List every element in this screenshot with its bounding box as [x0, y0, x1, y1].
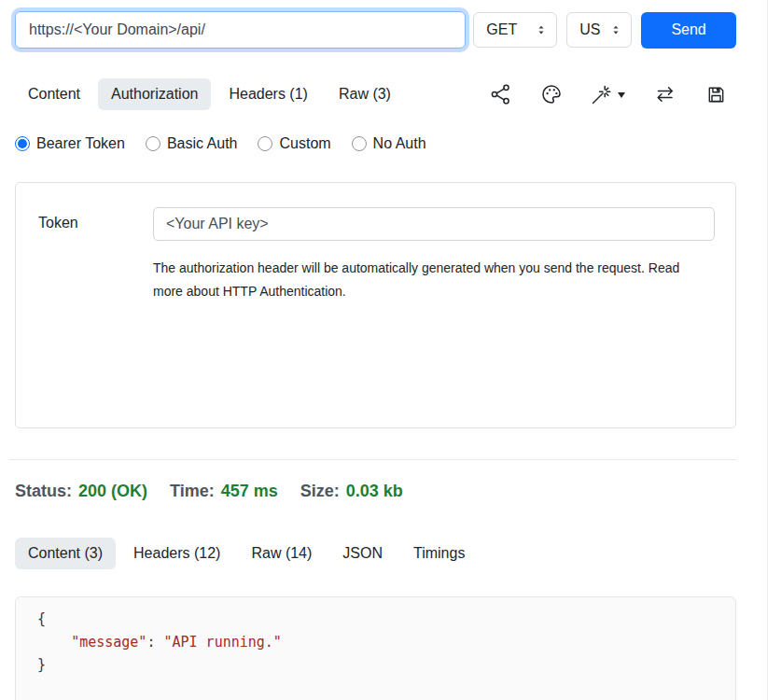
- radio-basic-auth[interactable]: Basic Auth: [146, 135, 238, 152]
- radio-label: Bearer Token: [36, 135, 125, 152]
- save-button[interactable]: [705, 84, 727, 105]
- api-client-page: GET US Send Content Authorization Header…: [0, 0, 768, 700]
- radio-unselected-icon[interactable]: [258, 136, 272, 151]
- region-select[interactable]: US: [566, 12, 632, 48]
- section-divider: [9, 459, 736, 460]
- code-indent: [37, 634, 71, 651]
- tab-content[interactable]: Content: [15, 78, 93, 110]
- swap-arrows-icon: [653, 83, 677, 105]
- radio-selected-icon[interactable]: [15, 136, 30, 151]
- tab-headers[interactable]: Headers (1): [216, 78, 320, 110]
- theme-button[interactable]: [540, 83, 563, 105]
- response-body-code: { "message": "API running." }: [37, 608, 735, 677]
- palette-icon: [540, 83, 563, 105]
- radio-bearer-token[interactable]: Bearer Token: [15, 135, 125, 152]
- request-bar: GET US Send: [15, 11, 736, 49]
- response-tabs: Content (3) Headers (12) Raw (14) JSON T…: [15, 538, 736, 569]
- radio-label: Basic Auth: [167, 135, 238, 152]
- updown-arrows-icon: [535, 22, 548, 37]
- token-help-text: The authorization header will be automat…: [153, 257, 702, 303]
- radio-unselected-icon[interactable]: [146, 136, 160, 151]
- radio-label: Custom: [279, 135, 330, 152]
- magic-wand-icon: [591, 83, 613, 105]
- compare-requests-button[interactable]: [653, 83, 677, 105]
- code-value: "API running.": [163, 634, 281, 651]
- updown-arrows-icon: [609, 22, 622, 37]
- tab-response-timings[interactable]: Timings: [400, 538, 478, 569]
- tab-response-raw[interactable]: Raw (14): [238, 538, 325, 569]
- tab-response-json[interactable]: JSON: [329, 538, 396, 569]
- tab-response-headers[interactable]: Headers (12): [120, 538, 233, 569]
- radio-custom[interactable]: Custom: [258, 135, 330, 152]
- tab-response-content[interactable]: Content (3): [15, 538, 116, 569]
- method-select-value: GET: [486, 21, 517, 38]
- radio-label: No Auth: [373, 135, 426, 152]
- radio-no-auth[interactable]: No Auth: [352, 135, 426, 152]
- request-tab-row: Content Authorization Headers (1) Raw (3…: [15, 78, 736, 110]
- tab-authorization[interactable]: Authorization: [98, 78, 211, 110]
- token-label: Token: [38, 207, 153, 427]
- tab-raw[interactable]: Raw (3): [326, 78, 404, 110]
- code-colon: :: [146, 634, 163, 651]
- size-label: Size:: [300, 482, 340, 501]
- size-value: 0.03 kb: [346, 482, 403, 501]
- code-brace: }: [37, 656, 46, 673]
- status-group: Status: 200 (OK): [15, 482, 147, 501]
- token-input[interactable]: [153, 207, 715, 241]
- method-select[interactable]: GET: [473, 12, 557, 48]
- response-body-panel: { "message": "API running." }: [15, 596, 736, 700]
- code-key: "message": [71, 634, 146, 651]
- response-summary: Status: 200 (OK) Time: 457 ms Size: 0.03…: [15, 482, 736, 501]
- send-button[interactable]: Send: [641, 12, 736, 49]
- share-button[interactable]: [490, 83, 512, 105]
- region-select-value: US: [579, 21, 600, 38]
- time-group: Time: 457 ms: [170, 482, 278, 501]
- auth-type-options: Bearer Token Basic Auth Custom No Auth: [15, 135, 736, 152]
- url-input[interactable]: [15, 11, 466, 49]
- toolbar: [490, 83, 736, 105]
- bearer-token-panel: Token The authorization header will be a…: [15, 182, 736, 428]
- status-label: Status:: [15, 482, 72, 501]
- dropdown-caret-icon: [618, 92, 625, 98]
- share-nodes-icon: [490, 83, 512, 105]
- save-floppy-icon: [705, 84, 727, 105]
- radio-unselected-icon[interactable]: [352, 136, 367, 151]
- generate-code-menu-button[interactable]: [591, 83, 625, 105]
- request-tabs: Content Authorization Headers (1) Raw (3…: [15, 78, 404, 110]
- status-value: 200 (OK): [78, 482, 147, 501]
- time-label: Time:: [170, 482, 215, 501]
- time-value: 457 ms: [221, 482, 278, 501]
- size-group: Size: 0.03 kb: [300, 482, 403, 501]
- code-brace: {: [37, 610, 46, 627]
